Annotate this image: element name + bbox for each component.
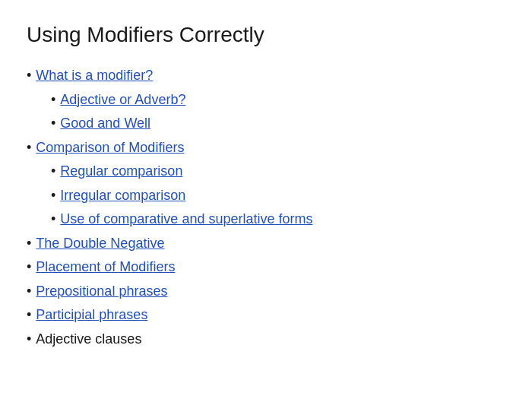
list-item: • Adjective or Adverb?: [51, 88, 505, 112]
bullet-icon: •: [27, 280, 31, 304]
list-item: • Regular comparison: [51, 160, 505, 184]
page-container: Using Modifiers Correctly • What is a mo…: [0, 0, 532, 374]
bullet-icon: •: [27, 232, 31, 256]
list-item: • Prepositional phrases: [27, 280, 505, 304]
list-item: • Good and Well: [51, 112, 505, 136]
main-nav-list: • What is a modifier? • Adjective or Adv…: [27, 64, 505, 351]
adjective-adverb-link[interactable]: Adjective or Adverb?: [60, 88, 185, 112]
bullet-icon: •: [51, 207, 55, 232]
sub-list-modifiers: • Adjective or Adverb? • Good and Well: [51, 88, 505, 136]
adjective-clauses-text: Adjective clauses: [36, 328, 141, 352]
list-item: • The Double Negative: [27, 232, 505, 256]
sub-list-comparison: • Regular comparison • Irregular compari…: [51, 160, 505, 232]
list-item: • What is a modifier?: [27, 64, 505, 88]
bullet-icon: •: [51, 184, 55, 208]
bullet-icon: •: [27, 255, 31, 280]
comparative-superlative-link[interactable]: Use of comparative and superlative forms: [60, 207, 312, 232]
bullet-icon: •: [27, 328, 31, 352]
bullet-icon: •: [51, 88, 55, 112]
list-item: • Adjective clauses: [27, 328, 505, 352]
list-item: • Use of comparative and superlative for…: [51, 207, 505, 232]
what-is-modifier-link[interactable]: What is a modifier?: [36, 64, 153, 88]
good-and-well-link[interactable]: Good and Well: [60, 112, 150, 136]
list-item: • Participial phrases: [27, 303, 505, 328]
list-item: • Irregular comparison: [51, 184, 505, 208]
bullet-icon: •: [27, 136, 31, 160]
bullet-icon: •: [27, 303, 31, 328]
comparison-modifiers-link[interactable]: Comparison of Modifiers: [36, 136, 184, 160]
bullet-icon: •: [27, 64, 31, 88]
placement-modifiers-link[interactable]: Placement of Modifiers: [36, 255, 175, 280]
list-item: • Placement of Modifiers: [27, 255, 505, 280]
regular-comparison-link[interactable]: Regular comparison: [60, 160, 182, 184]
irregular-comparison-link[interactable]: Irregular comparison: [60, 184, 185, 208]
list-item: • Comparison of Modifiers: [27, 136, 505, 160]
bullet-icon: •: [51, 112, 55, 136]
double-negative-link[interactable]: The Double Negative: [36, 232, 164, 256]
page-title: Using Modifiers Correctly: [27, 23, 505, 47]
participial-phrases-link[interactable]: Participial phrases: [36, 303, 147, 328]
bullet-icon: •: [51, 160, 55, 184]
prepositional-phrases-link[interactable]: Prepositional phrases: [36, 280, 167, 304]
